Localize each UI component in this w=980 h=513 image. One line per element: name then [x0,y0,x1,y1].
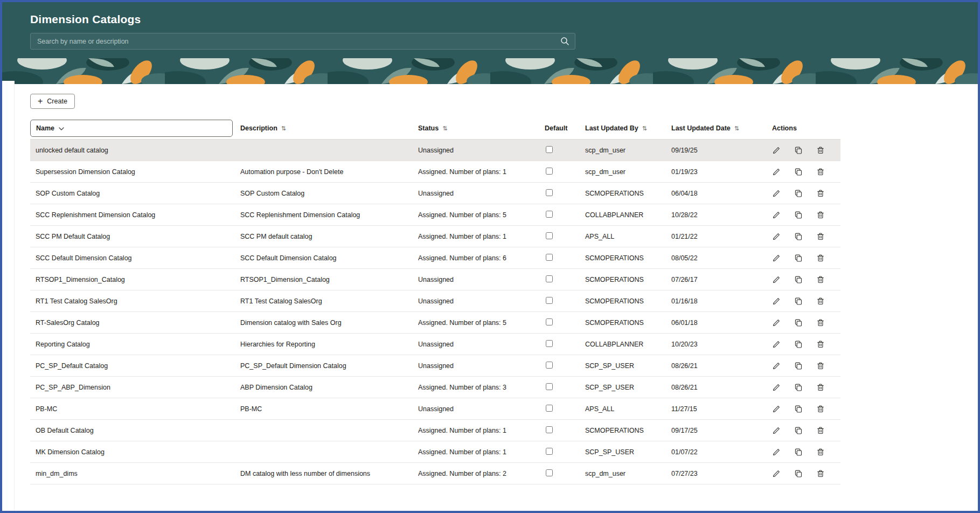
delete-button[interactable] [816,383,825,392]
edit-button[interactable] [772,254,781,262]
default-checkbox[interactable] [546,232,553,239]
search-icon[interactable] [560,37,569,48]
edit-button[interactable] [772,383,781,392]
table-row[interactable]: RTSOP1_Dimension_Catalog RTSOP1_Dimensio… [30,269,840,290]
default-checkbox[interactable] [546,469,553,476]
edit-button[interactable] [772,168,781,176]
delete-button[interactable] [816,297,825,306]
duplicate-button[interactable] [794,340,803,349]
table-row[interactable]: SCC Replenishment Dimension Catalog SCC … [30,204,840,226]
copy-icon [794,426,803,435]
delete-button[interactable] [816,275,825,284]
table-row[interactable]: PC_SP_Default Catalog PC_SP_Default Dime… [30,355,840,377]
edit-button[interactable] [772,232,781,241]
last-updated-date-cell: 07/26/17 [666,276,766,283]
duplicate-button[interactable] [794,448,803,456]
table-row[interactable]: RT-SalesOrg Catalog Dimension catalog wi… [30,312,840,334]
name-header-box[interactable]: Name [30,120,233,137]
status-cell: Unassigned [413,147,539,154]
column-header-description[interactable]: Description ⇅ [235,124,413,132]
default-checkbox[interactable] [546,426,553,433]
column-header-last-updated-by[interactable]: Last Updated By ⇅ [580,124,666,132]
delete-button[interactable] [816,340,825,349]
table-row[interactable]: Reporting Catalog Hierarchies for Report… [30,334,840,355]
table-row[interactable]: PB-MC PB-MC Unassigned APS_ALL 11/27/15 [30,398,840,420]
edit-button[interactable] [772,340,781,349]
table-row[interactable]: OB Default Catalog Assigned. Number of p… [30,420,840,441]
edit-button[interactable] [772,146,781,155]
delete-button[interactable] [816,469,825,478]
column-header-last-updated-date[interactable]: Last Updated Date ⇅ [666,124,766,132]
default-checkbox[interactable] [546,275,553,282]
delete-button[interactable] [816,318,825,327]
search-input[interactable] [30,33,575,50]
duplicate-button[interactable] [794,275,803,284]
edit-button[interactable] [772,189,781,198]
edit-button[interactable] [772,297,781,306]
duplicate-button[interactable] [794,383,803,392]
duplicate-button[interactable] [794,405,803,413]
column-header-status[interactable]: Status ⇅ [413,124,539,132]
duplicate-button[interactable] [794,254,803,262]
edit-button[interactable] [772,405,781,413]
duplicate-button[interactable] [794,318,803,327]
edit-button[interactable] [772,426,781,435]
column-header-name[interactable]: Name [30,120,235,137]
default-checkbox[interactable] [546,318,553,325]
name-cell: RT-SalesOrg Catalog [30,319,235,327]
edit-button[interactable] [772,211,781,219]
delete-button[interactable] [816,426,825,435]
default-checkbox[interactable] [546,189,553,196]
decorative-banner-image [2,58,978,84]
delete-button[interactable] [816,168,825,176]
default-checkbox[interactable] [546,211,553,218]
duplicate-button[interactable] [794,168,803,176]
duplicate-button[interactable] [794,469,803,478]
default-checkbox[interactable] [546,448,553,455]
table-row[interactable]: MK Dimension Catalog Assigned. Number of… [30,441,840,463]
table-row[interactable]: SOP Custom Catalog SOP Custom Catalog Un… [30,183,840,204]
table-row[interactable]: Supersession Dimension Catalog Automatio… [30,161,840,183]
delete-button[interactable] [816,254,825,262]
duplicate-button[interactable] [794,362,803,370]
copy-icon [794,340,803,349]
delete-button[interactable] [816,448,825,456]
duplicate-button[interactable] [794,426,803,435]
default-checkbox[interactable] [546,254,553,261]
delete-button[interactable] [816,232,825,241]
copy-icon [794,189,803,198]
delete-button[interactable] [816,211,825,219]
table-row[interactable]: PC_SP_ABP_Dimension ABP Dimension Catalo… [30,377,840,398]
table-row[interactable]: SCC Default Dimension Catalog SCC Defaul… [30,247,840,269]
edit-button[interactable] [772,469,781,478]
default-checkbox[interactable] [546,168,553,175]
default-checkbox[interactable] [546,297,553,304]
duplicate-button[interactable] [794,211,803,219]
pencil-icon [772,405,781,413]
table-row[interactable]: RT1 Test Catalog SalesOrg RT1 Test Catal… [30,290,840,312]
actions-cell [766,232,840,241]
default-checkbox[interactable] [546,405,553,412]
default-checkbox[interactable] [546,362,553,369]
default-checkbox[interactable] [546,146,553,153]
status-cell: Assigned. Number of plans: 6 [413,254,539,262]
duplicate-button[interactable] [794,232,803,241]
create-button[interactable]: + Create [30,94,75,109]
delete-button[interactable] [816,146,825,155]
last-updated-date-cell: 08/26/21 [666,362,766,370]
edit-button[interactable] [772,318,781,327]
duplicate-button[interactable] [794,189,803,198]
delete-button[interactable] [816,362,825,370]
table-row[interactable]: SCC PM Default Catalog SCC PM default ca… [30,226,840,247]
edit-button[interactable] [772,448,781,456]
delete-button[interactable] [816,189,825,198]
duplicate-button[interactable] [794,297,803,306]
edit-button[interactable] [772,275,781,284]
table-row[interactable]: unlocked default catalog Unassigned scp_… [30,140,840,161]
table-row[interactable]: min_dm_dims DM catalog with less number … [30,463,840,484]
default-checkbox[interactable] [546,340,553,347]
edit-button[interactable] [772,362,781,370]
default-checkbox[interactable] [546,383,553,390]
duplicate-button[interactable] [794,146,803,155]
delete-button[interactable] [816,405,825,413]
